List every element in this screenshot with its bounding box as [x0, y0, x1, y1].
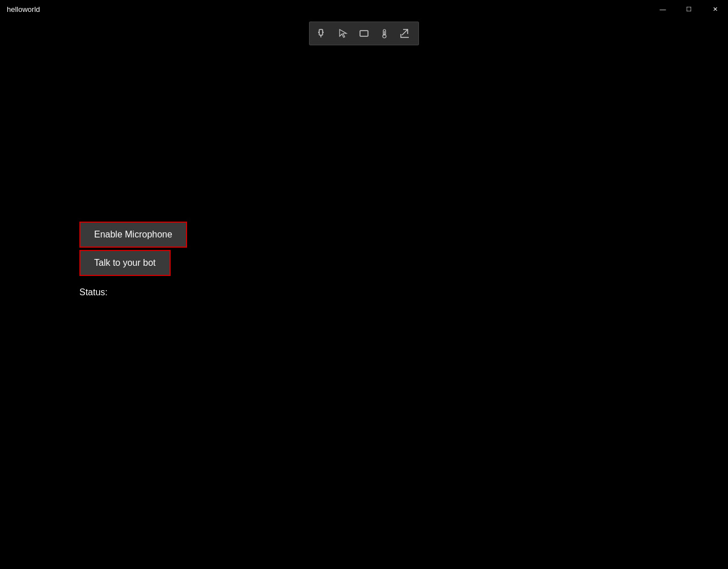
close-button[interactable]: ✕	[702, 0, 728, 18]
window-controls: — ☐ ✕	[650, 0, 728, 18]
main-content: Enable Microphone Talk to your bot Statu…	[0, 18, 728, 569]
app-title: helloworld	[0, 5, 40, 14]
enable-microphone-button[interactable]: Enable Microphone	[79, 222, 187, 248]
maximize-button[interactable]: ☐	[676, 0, 702, 18]
title-bar: helloworld — ☐ ✕	[0, 0, 728, 18]
talk-to-bot-button[interactable]: Talk to your bot	[79, 250, 171, 276]
minimize-button[interactable]: —	[650, 0, 676, 18]
status-label: Status:	[79, 287, 108, 298]
